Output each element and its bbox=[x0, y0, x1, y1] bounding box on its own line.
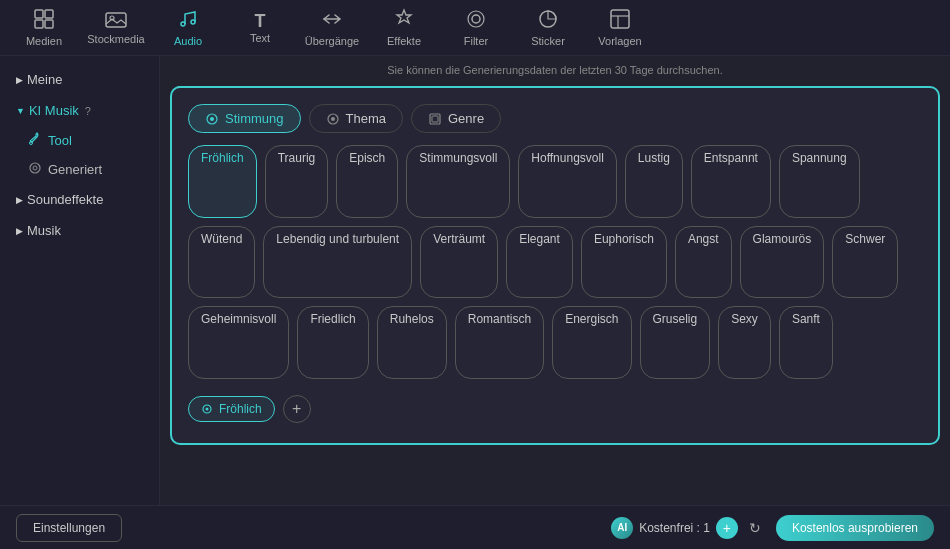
effekte-label: Effekte bbox=[387, 35, 421, 47]
tag-stimmungsvoll[interactable]: Stimmungsvoll bbox=[406, 145, 510, 218]
sidebar-sub-tool[interactable]: Tool bbox=[0, 126, 159, 155]
modal-tabs: Stimmung Thema Genre bbox=[188, 104, 922, 133]
tab-stimmung[interactable]: Stimmung bbox=[188, 104, 301, 133]
tag-wuetend[interactable]: Wütend bbox=[188, 226, 255, 299]
svg-rect-0 bbox=[35, 10, 43, 18]
tag-traurig[interactable]: Traurig bbox=[265, 145, 329, 218]
hint-text: Sie können die Generierungsdaten der let… bbox=[160, 56, 950, 76]
filter-label: Filter bbox=[464, 35, 488, 47]
svg-rect-23 bbox=[432, 116, 438, 122]
nav-sticker[interactable]: Sticker bbox=[512, 3, 584, 53]
generiert-icon bbox=[28, 161, 42, 178]
tab-genre[interactable]: Genre bbox=[411, 104, 501, 133]
tag-romantisch[interactable]: Romantisch bbox=[455, 306, 544, 379]
soundeffekte-arrow: ▶ bbox=[16, 195, 23, 205]
svg-point-14 bbox=[30, 142, 33, 145]
tag-episch[interactable]: Episch bbox=[336, 145, 398, 218]
filter-icon bbox=[465, 8, 487, 33]
ki-musik-label: KI Musik bbox=[29, 103, 79, 118]
main-body: ▶ Meine ▼ KI Musik ? Tool bbox=[0, 56, 950, 505]
tag-gruselig[interactable]: Gruselig bbox=[640, 306, 711, 379]
tag-friedlich[interactable]: Friedlich bbox=[297, 306, 368, 379]
stockmedia-label: Stockmedia bbox=[87, 33, 144, 45]
ai-badge: AI bbox=[611, 517, 633, 539]
tab-thema[interactable]: Thema bbox=[309, 104, 403, 133]
vorlagen-icon bbox=[609, 8, 631, 33]
svg-point-7 bbox=[191, 20, 195, 24]
medien-icon bbox=[33, 8, 55, 33]
sidebar: ▶ Meine ▼ KI Musik ? Tool bbox=[0, 56, 160, 505]
tag-lustig[interactable]: Lustig bbox=[625, 145, 683, 218]
ki-musik-help: ? bbox=[85, 105, 91, 117]
tag-sexy[interactable]: Sexy bbox=[718, 306, 771, 379]
tag-vertraeumt[interactable]: Verträumt bbox=[420, 226, 498, 299]
svg-point-19 bbox=[210, 117, 214, 121]
nav-text[interactable]: T Text bbox=[224, 3, 296, 53]
tab-stimmung-label: Stimmung bbox=[225, 111, 284, 126]
kostenfrei-info: AI Kostenfrei : 1 + ↻ bbox=[611, 517, 766, 539]
uebergaenge-icon bbox=[321, 8, 343, 33]
tag-schwer[interactable]: Schwer bbox=[832, 226, 898, 299]
add-tag-button[interactable]: + bbox=[283, 395, 311, 423]
sidebar-item-soundeffekte[interactable]: ▶ Soundeffekte bbox=[0, 184, 159, 215]
kostenfrei-label: Kostenfrei : 1 bbox=[639, 521, 710, 535]
nav-vorlagen[interactable]: Vorlagen bbox=[584, 3, 656, 53]
sidebar-item-musik[interactable]: ▶ Musik bbox=[0, 215, 159, 246]
tag-entspannt[interactable]: Entspannt bbox=[691, 145, 771, 218]
nav-medien[interactable]: Medien bbox=[8, 3, 80, 53]
settings-button[interactable]: Einstellungen bbox=[16, 514, 122, 542]
svg-rect-1 bbox=[45, 10, 53, 18]
svg-point-9 bbox=[468, 11, 484, 27]
tag-froehlich[interactable]: Fröhlich bbox=[188, 145, 257, 218]
tag-lebendig[interactable]: Lebendig und turbulent bbox=[263, 226, 412, 299]
audio-label: Audio bbox=[174, 35, 202, 47]
meine-label: Meine bbox=[27, 72, 62, 87]
tag-geheimnisvoll[interactable]: Geheimnisvoll bbox=[188, 306, 289, 379]
selected-tag-froehlich[interactable]: Fröhlich bbox=[188, 396, 275, 422]
tag-sanft[interactable]: Sanft bbox=[779, 306, 833, 379]
tag-hoffnungsvoll[interactable]: Hoffnungsvoll bbox=[518, 145, 617, 218]
nav-filter[interactable]: Filter bbox=[440, 3, 512, 53]
tag-angst[interactable]: Angst bbox=[675, 226, 732, 299]
tab-genre-label: Genre bbox=[448, 111, 484, 126]
svg-rect-3 bbox=[45, 20, 53, 28]
text-icon: T bbox=[255, 12, 266, 30]
sidebar-sub-generiert[interactable]: Generiert bbox=[0, 155, 159, 184]
selected-tag-label: Fröhlich bbox=[219, 402, 262, 416]
nav-uebergaenge[interactable]: Übergänge bbox=[296, 3, 368, 53]
plus-button[interactable]: + bbox=[716, 517, 738, 539]
musik-label: Musik bbox=[27, 223, 61, 238]
audio-icon bbox=[177, 8, 199, 33]
generiert-label: Generiert bbox=[48, 162, 102, 177]
tag-energisch[interactable]: Energisch bbox=[552, 306, 631, 379]
stockmedia-icon bbox=[105, 10, 127, 31]
sidebar-item-ki-musik[interactable]: ▼ KI Musik ? bbox=[0, 95, 159, 126]
svg-rect-4 bbox=[106, 13, 126, 27]
ki-musik-arrow: ▼ bbox=[16, 106, 25, 116]
tag-glamouroes[interactable]: Glamourös bbox=[740, 226, 825, 299]
svg-rect-11 bbox=[611, 10, 629, 28]
svg-point-15 bbox=[30, 163, 40, 173]
sticker-label: Sticker bbox=[531, 35, 565, 47]
sidebar-item-meine[interactable]: ▶ Meine bbox=[0, 64, 159, 95]
trial-button[interactable]: Kostenlos ausprobieren bbox=[776, 515, 934, 541]
tag-ruhelos[interactable]: Ruhelos bbox=[377, 306, 447, 379]
effekte-icon bbox=[393, 8, 415, 33]
tag-grid: FröhlichTraurigEpischStimmungsvollHoffnu… bbox=[188, 145, 922, 379]
svg-point-6 bbox=[181, 22, 185, 26]
nav-stockmedia[interactable]: Stockmedia bbox=[80, 3, 152, 53]
tool-icon bbox=[28, 132, 42, 149]
tool-label: Tool bbox=[48, 133, 72, 148]
svg-point-25 bbox=[206, 408, 209, 411]
tag-euphorisch[interactable]: Euphorisch bbox=[581, 226, 667, 299]
nav-effekte[interactable]: Effekte bbox=[368, 3, 440, 53]
refresh-button[interactable]: ↻ bbox=[744, 517, 766, 539]
soundeffekte-label: Soundeffekte bbox=[27, 192, 103, 207]
svg-rect-2 bbox=[35, 20, 43, 28]
nav-audio[interactable]: Audio bbox=[152, 3, 224, 53]
svg-point-8 bbox=[472, 15, 480, 23]
tag-spannung[interactable]: Spannung bbox=[779, 145, 860, 218]
content-area: Sie können die Generierungsdaten der let… bbox=[160, 56, 950, 505]
tag-elegant[interactable]: Elegant bbox=[506, 226, 573, 299]
selected-tags-row: Fröhlich + bbox=[188, 391, 922, 427]
